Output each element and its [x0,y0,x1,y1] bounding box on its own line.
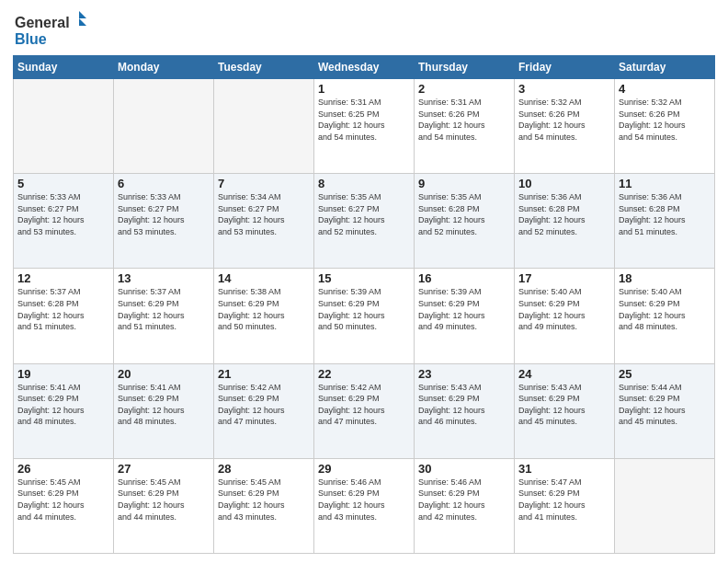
calendar-cell: 5Sunrise: 5:33 AM Sunset: 6:27 PM Daylig… [14,174,114,269]
day-number: 16 [418,271,510,285]
day-info: Sunrise: 5:47 AM Sunset: 6:29 PM Dayligh… [518,477,610,523]
svg-text:General: General [15,15,70,30]
calendar-cell [615,458,715,553]
day-number: 1 [318,82,410,96]
day-number: 5 [17,177,109,190]
day-info: Sunrise: 5:38 AM Sunset: 6:29 PM Dayligh… [218,286,310,332]
day-number: 27 [118,462,210,476]
day-info: Sunrise: 5:45 AM Sunset: 6:29 PM Dayligh… [118,477,210,523]
day-number: 30 [418,462,510,476]
calendar-cell: 7Sunrise: 5:34 AM Sunset: 6:27 PM Daylig… [214,174,314,269]
calendar-cell: 31Sunrise: 5:47 AM Sunset: 6:29 PM Dayli… [515,458,615,553]
day-info: Sunrise: 5:41 AM Sunset: 6:29 PM Dayligh… [17,382,109,428]
day-number: 23 [418,367,510,381]
day-number: 18 [619,271,711,285]
day-info: Sunrise: 5:33 AM Sunset: 6:27 PM Dayligh… [17,191,109,237]
day-number: 17 [518,271,610,285]
day-number: 26 [17,462,109,476]
weekday-header-saturday: Saturday [615,56,715,79]
calendar-cell: 13Sunrise: 5:37 AM Sunset: 6:29 PM Dayli… [114,269,214,363]
day-number: 9 [418,177,510,190]
day-info: Sunrise: 5:37 AM Sunset: 6:29 PM Dayligh… [118,286,210,332]
svg-marker-2 [79,18,86,26]
day-number: 4 [619,82,711,96]
calendar-cell [114,79,214,174]
calendar-cell: 28Sunrise: 5:45 AM Sunset: 6:29 PM Dayli… [214,458,314,553]
day-info: Sunrise: 5:36 AM Sunset: 6:28 PM Dayligh… [518,191,610,237]
day-number: 31 [518,462,610,476]
day-info: Sunrise: 5:31 AM Sunset: 6:26 PM Dayligh… [418,97,510,143]
day-info: Sunrise: 5:44 AM Sunset: 6:29 PM Dayligh… [619,382,711,428]
day-info: Sunrise: 5:46 AM Sunset: 6:29 PM Dayligh… [418,477,510,523]
day-number: 24 [518,367,610,381]
calendar-cell: 24Sunrise: 5:43 AM Sunset: 6:29 PM Dayli… [515,363,615,458]
calendar-cell: 3Sunrise: 5:32 AM Sunset: 6:26 PM Daylig… [515,79,615,174]
day-number: 20 [118,367,210,381]
weekday-header-sunday: Sunday [14,56,114,79]
day-info: Sunrise: 5:33 AM Sunset: 6:27 PM Dayligh… [118,191,210,237]
day-number: 29 [318,462,410,476]
calendar-cell [214,79,314,174]
day-info: Sunrise: 5:40 AM Sunset: 6:29 PM Dayligh… [619,286,711,332]
day-info: Sunrise: 5:42 AM Sunset: 6:29 PM Dayligh… [318,382,410,428]
day-number: 11 [619,177,711,190]
calendar-cell: 27Sunrise: 5:45 AM Sunset: 6:29 PM Dayli… [114,458,214,553]
weekday-header-wednesday: Wednesday [314,56,415,79]
svg-text:Blue: Blue [15,31,47,47]
calendar-cell: 8Sunrise: 5:35 AM Sunset: 6:27 PM Daylig… [314,174,415,269]
day-number: 6 [118,177,210,190]
day-info: Sunrise: 5:31 AM Sunset: 6:25 PM Dayligh… [318,97,410,143]
day-info: Sunrise: 5:32 AM Sunset: 6:26 PM Dayligh… [518,97,610,143]
day-number: 7 [218,177,310,190]
calendar-cell: 2Sunrise: 5:31 AM Sunset: 6:26 PM Daylig… [415,79,515,174]
logo-svg: General Blue [13,9,86,50]
day-number: 19 [17,367,109,381]
calendar-cell: 30Sunrise: 5:46 AM Sunset: 6:29 PM Dayli… [415,458,515,553]
header: General Blue [13,9,715,50]
page: General Blue SundayMondayTuesdayWednesda… [0,0,728,563]
calendar-cell: 17Sunrise: 5:40 AM Sunset: 6:29 PM Dayli… [515,269,615,363]
weekday-header-monday: Monday [114,56,214,79]
calendar-cell: 20Sunrise: 5:41 AM Sunset: 6:29 PM Dayli… [114,363,214,458]
day-number: 22 [318,367,410,381]
calendar-cell: 1Sunrise: 5:31 AM Sunset: 6:25 PM Daylig… [314,79,415,174]
day-number: 3 [518,82,610,96]
weekday-header-thursday: Thursday [415,56,515,79]
day-info: Sunrise: 5:34 AM Sunset: 6:27 PM Dayligh… [218,191,310,237]
day-info: Sunrise: 5:45 AM Sunset: 6:29 PM Dayligh… [17,477,109,523]
day-number: 21 [218,367,310,381]
day-number: 25 [619,367,711,381]
calendar-cell: 19Sunrise: 5:41 AM Sunset: 6:29 PM Dayli… [14,363,114,458]
day-info: Sunrise: 5:35 AM Sunset: 6:28 PM Dayligh… [418,191,510,237]
day-info: Sunrise: 5:37 AM Sunset: 6:28 PM Dayligh… [17,286,109,332]
day-number: 13 [118,271,210,285]
weekday-header-friday: Friday [515,56,615,79]
logo: General Blue [13,9,86,50]
calendar-cell: 11Sunrise: 5:36 AM Sunset: 6:28 PM Dayli… [615,174,715,269]
calendar-cell [14,79,114,174]
day-number: 8 [318,177,410,190]
svg-marker-1 [79,11,86,18]
calendar-cell: 29Sunrise: 5:46 AM Sunset: 6:29 PM Dayli… [314,458,415,553]
day-info: Sunrise: 5:32 AM Sunset: 6:26 PM Dayligh… [619,97,711,143]
day-info: Sunrise: 5:36 AM Sunset: 6:28 PM Dayligh… [619,191,711,237]
day-number: 14 [218,271,310,285]
calendar-cell: 9Sunrise: 5:35 AM Sunset: 6:28 PM Daylig… [415,174,515,269]
calendar-cell: 22Sunrise: 5:42 AM Sunset: 6:29 PM Dayli… [314,363,415,458]
day-number: 10 [518,177,610,190]
weekday-header-tuesday: Tuesday [214,56,314,79]
calendar-cell: 4Sunrise: 5:32 AM Sunset: 6:26 PM Daylig… [615,79,715,174]
calendar-cell: 26Sunrise: 5:45 AM Sunset: 6:29 PM Dayli… [14,458,114,553]
day-number: 28 [218,462,310,476]
calendar-cell: 14Sunrise: 5:38 AM Sunset: 6:29 PM Dayli… [214,269,314,363]
calendar-cell: 16Sunrise: 5:39 AM Sunset: 6:29 PM Dayli… [415,269,515,363]
day-number: 15 [318,271,410,285]
day-info: Sunrise: 5:35 AM Sunset: 6:27 PM Dayligh… [318,191,410,237]
calendar-cell: 23Sunrise: 5:43 AM Sunset: 6:29 PM Dayli… [415,363,515,458]
calendar-cell: 6Sunrise: 5:33 AM Sunset: 6:27 PM Daylig… [114,174,214,269]
day-info: Sunrise: 5:45 AM Sunset: 6:29 PM Dayligh… [218,477,310,523]
calendar-cell: 10Sunrise: 5:36 AM Sunset: 6:28 PM Dayli… [515,174,615,269]
calendar-cell: 18Sunrise: 5:40 AM Sunset: 6:29 PM Dayli… [615,269,715,363]
calendar-cell: 12Sunrise: 5:37 AM Sunset: 6:28 PM Dayli… [14,269,114,363]
day-info: Sunrise: 5:41 AM Sunset: 6:29 PM Dayligh… [118,382,210,428]
